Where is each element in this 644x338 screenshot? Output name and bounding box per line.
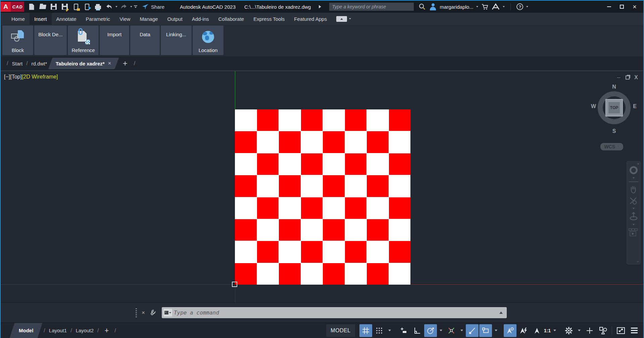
file-tab-close-icon[interactable]: × bbox=[108, 60, 111, 67]
board-cell[interactable] bbox=[367, 153, 389, 175]
board-cell[interactable] bbox=[389, 153, 411, 175]
board-cell[interactable] bbox=[235, 153, 257, 175]
showmotion-icon[interactable] bbox=[629, 228, 639, 237]
panel-import[interactable]: Import bbox=[100, 26, 129, 55]
snap-settings-caret[interactable] bbox=[386, 324, 393, 337]
board-cell[interactable] bbox=[323, 263, 345, 285]
tab-annotate[interactable]: Annotate bbox=[52, 13, 81, 25]
board-cell[interactable] bbox=[367, 197, 389, 219]
panel-data[interactable]: Data bbox=[130, 26, 160, 55]
autocad-logo[interactable]: A CAD bbox=[1, 1, 24, 12]
isolate-objects-button[interactable] bbox=[597, 324, 609, 337]
osnap-tracking-toggle[interactable] bbox=[445, 324, 458, 337]
selection-settings-caret[interactable] bbox=[493, 324, 499, 337]
close-button[interactable]: × bbox=[633, 3, 637, 10]
board-cell[interactable] bbox=[367, 109, 389, 131]
tab-collaborate[interactable]: Collaborate bbox=[213, 13, 249, 25]
tab-output[interactable]: Output bbox=[163, 13, 187, 25]
search-icon[interactable] bbox=[418, 3, 426, 10]
board-cell[interactable] bbox=[301, 175, 323, 197]
command-line[interactable] bbox=[162, 307, 507, 318]
viewport-minimize-icon[interactable] bbox=[616, 77, 621, 78]
tab-featured-apps[interactable]: Featured Apps bbox=[289, 13, 332, 25]
selection-cycling-toggle[interactable] bbox=[479, 324, 492, 337]
tab-manage[interactable]: Manage bbox=[135, 13, 162, 25]
search-expand-icon[interactable] bbox=[319, 5, 321, 8]
board-cell[interactable] bbox=[301, 197, 323, 219]
board-cell[interactable] bbox=[279, 241, 301, 262]
save-button[interactable] bbox=[49, 2, 58, 11]
board-cell[interactable] bbox=[345, 241, 367, 262]
board-cell[interactable] bbox=[301, 263, 323, 285]
board-cell[interactable] bbox=[279, 219, 301, 241]
navigation-bar[interactable]: × − bbox=[627, 161, 641, 264]
tab-home[interactable]: Home bbox=[7, 13, 30, 25]
zoom-extents-icon[interactable] bbox=[629, 197, 638, 205]
annotation-visibility-toggle[interactable] bbox=[504, 324, 516, 337]
ribbon-collapse-button[interactable] bbox=[336, 16, 347, 22]
tracking-settings-caret[interactable] bbox=[458, 324, 465, 337]
board-cell[interactable] bbox=[257, 131, 279, 153]
tab-add-ins[interactable]: Add-ins bbox=[187, 13, 214, 25]
ribbon-collapse-caret-icon[interactable] bbox=[349, 18, 351, 19]
scale-value-button[interactable]: 1:1 bbox=[544, 324, 551, 337]
share-button[interactable]: Share bbox=[142, 4, 164, 10]
navbar-close-icon[interactable]: × bbox=[637, 162, 639, 166]
wcs-dropdown[interactable]: WCS bbox=[600, 143, 623, 150]
navbar-caret-icon[interactable] bbox=[633, 177, 635, 179]
navbar-customize-icon[interactable]: − bbox=[637, 259, 639, 263]
grid-toggle[interactable] bbox=[359, 324, 372, 337]
username[interactable]: margaridaplo... bbox=[440, 4, 473, 10]
file-tab-start[interactable]: Start bbox=[12, 61, 22, 66]
pan-hand-icon[interactable] bbox=[629, 185, 638, 194]
board-cell[interactable] bbox=[279, 263, 301, 285]
board-cell[interactable] bbox=[257, 197, 279, 219]
board-cell[interactable] bbox=[389, 197, 411, 219]
layout-tab-layout2[interactable]: Layout2 bbox=[76, 328, 94, 333]
new-drawing-button[interactable]: + bbox=[123, 59, 128, 68]
board-cell[interactable] bbox=[367, 241, 389, 262]
board-cell[interactable] bbox=[345, 219, 367, 241]
tab-insert[interactable]: Insert bbox=[30, 13, 52, 25]
board-cell[interactable] bbox=[323, 219, 345, 241]
viewcube-east[interactable]: E bbox=[633, 103, 637, 109]
board-cell[interactable] bbox=[389, 241, 411, 262]
board-cell[interactable] bbox=[323, 241, 345, 262]
board-cell[interactable] bbox=[323, 197, 345, 219]
user-avatar-icon[interactable] bbox=[429, 3, 437, 10]
autodesk-logo-icon[interactable] bbox=[492, 3, 500, 10]
board-cell[interactable] bbox=[235, 109, 257, 131]
board-cell[interactable] bbox=[235, 263, 257, 285]
qat-customize-button[interactable] bbox=[134, 5, 137, 8]
undo-button[interactable] bbox=[104, 2, 114, 11]
new-file-button[interactable] bbox=[27, 2, 36, 11]
panel-block-definition[interactable]: Block De... bbox=[34, 26, 67, 55]
add-status-button[interactable] bbox=[583, 324, 596, 337]
board-cell[interactable] bbox=[301, 131, 323, 153]
board-cell[interactable] bbox=[389, 263, 411, 285]
minimize-button[interactable] bbox=[607, 6, 611, 7]
tab-view[interactable]: View bbox=[115, 13, 135, 25]
board-cell[interactable] bbox=[235, 197, 257, 219]
board-cell[interactable] bbox=[345, 175, 367, 197]
customization-button[interactable] bbox=[562, 324, 575, 337]
drawing-canvas[interactable]: [−][Top][2D Wireframe] X N E S W TOP WCS bbox=[1, 70, 643, 302]
file-tab-active[interactable]: Tabuleiro de xadrez* × bbox=[48, 58, 119, 69]
board-cell[interactable] bbox=[345, 131, 367, 153]
annotation-scale-button[interactable] bbox=[531, 324, 543, 337]
board-cell[interactable] bbox=[367, 175, 389, 197]
save-web-mobile-button[interactable] bbox=[82, 2, 92, 11]
board-cell[interactable] bbox=[301, 219, 323, 241]
tab-express-tools[interactable]: Express Tools bbox=[249, 13, 289, 25]
board-cell[interactable] bbox=[389, 131, 411, 153]
annotation-autoscale-toggle[interactable] bbox=[517, 324, 530, 337]
command-wrench-icon[interactable] bbox=[149, 309, 156, 317]
autodesk-caret-icon[interactable] bbox=[503, 6, 505, 7]
board-cell[interactable] bbox=[235, 241, 257, 262]
board-cell[interactable] bbox=[323, 131, 345, 153]
layout-tab-layout1[interactable]: Layout1 bbox=[49, 328, 67, 333]
viewport-restore-icon[interactable] bbox=[626, 76, 630, 80]
board-cell[interactable] bbox=[345, 153, 367, 175]
board-cell[interactable] bbox=[257, 153, 279, 175]
board-cell[interactable] bbox=[389, 109, 411, 131]
